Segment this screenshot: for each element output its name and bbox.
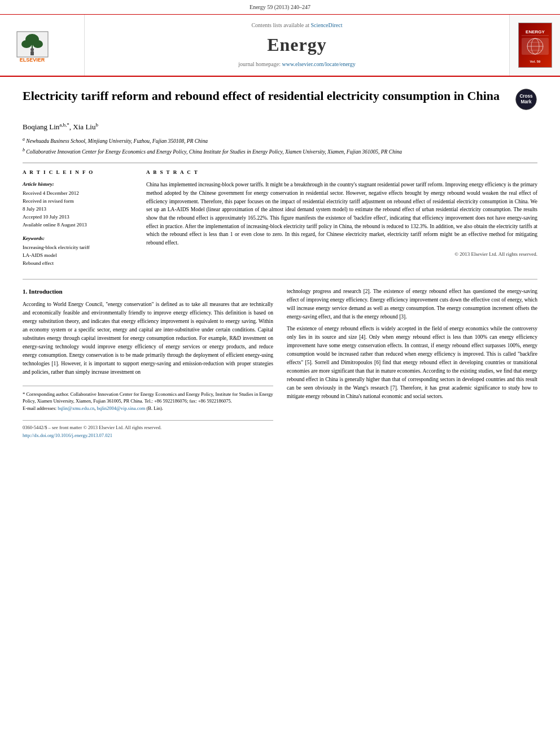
sciencedirect-prefix: Contents lists available at [251,22,310,28]
section-1-title: 1. Introduction [23,287,273,296]
svg-point-4 [33,40,43,48]
journal-cover-area: ENERGY Vol. 59 [509,15,560,76]
intro-para-right-1: technology progress and research [2]. Th… [287,287,537,321]
citation-bar: Energy 59 (2013) 240–247 [0,0,560,15]
crossmark-svg: Cross Mark [515,88,537,111]
author2-affil: b [95,122,98,128]
email-link-2[interactable]: bqlin2004@vip.sina.com [97,405,146,411]
author1-affil: a,b,* [59,122,69,128]
history-revised-label: Received in revised form [23,198,133,206]
body-left-col: 1. Introduction According to World Energ… [23,287,273,440]
homepage-prefix: journal homepage: [238,61,282,67]
body-two-col: 1. Introduction According to World Energ… [23,287,537,440]
svg-rect-6 [30,51,34,55]
section-name: Introduction [29,288,63,295]
abstract-heading: A B S T R A C T [146,169,537,176]
main-content: Electricity tariff reform and rebound ef… [0,77,560,451]
abstract-col: A B S T R A C T China has implemented in… [146,169,537,268]
svg-text:Vol. 59: Vol. 59 [530,60,541,63]
article-title-area: Electricity tariff reform and rebound ef… [23,88,537,115]
issn-line: 0360-5442/$ – see front matter © 2013 El… [23,424,273,431]
info-abstract-section: A R T I C L E I N F O Article history: R… [23,169,537,268]
affil-1: a Newhuadu Business School, Minjiang Uni… [23,136,537,145]
divider-1 [23,163,537,163]
journal-center: Contents lists available at ScienceDirec… [85,15,509,76]
intro-para-right-2: The existence of energy rebound effects … [287,325,537,401]
homepage-link[interactable]: www.elsevier.com/locate/energy [282,61,355,67]
email-link-1[interactable]: bqlin@xmu.edu.cn [58,405,94,411]
sciencedirect-line: Contents lists available at ScienceDirec… [251,21,342,30]
copyright: © 2013 Elsevier Ltd. All rights reserved… [146,251,537,259]
abstract-paragraph: China has implemented increasing-block p… [146,181,537,247]
journal-cover-image: ENERGY Vol. 59 [518,23,552,68]
body-right-col: technology progress and research [2]. Th… [287,287,537,440]
doi-link[interactable]: http://dx.doi.org/10.1016/j.energy.2013.… [23,433,112,438]
elsevier-logo: ELSEVIER [14,26,71,64]
section-number: 1. [23,288,29,295]
svg-point-5 [30,48,34,51]
article-info-col: A R T I C L E I N F O Article history: R… [23,169,133,268]
footnote-area: * Corresponding author. Collaborative In… [23,386,273,412]
body-content: 1. Introduction According to World Energ… [23,279,537,440]
svg-text:Mark: Mark [520,99,532,104]
svg-point-3 [21,40,32,48]
cover-svg: ENERGY Vol. 59 [519,23,552,67]
elsevier-logo-svg: ELSEVIER [14,26,71,64]
article-history: Article history: Received 4 December 201… [23,181,133,229]
elsevier-logo-area: ELSEVIER [0,15,85,76]
history-label: Article history: [23,181,133,188]
footnote-1: * Corresponding author. Collaborative In… [23,391,273,405]
author1-name: Boqiang Lin [23,123,59,131]
history-online: Available online 8 August 2013 [23,221,133,229]
authors-line: Boqiang Lina,b,*, Xia Liub [23,121,537,133]
sciencedirect-link[interactable]: ScienceDirect [310,22,342,28]
history-accepted: Accepted 10 July 2013 [23,213,133,221]
kw-3: Rebound effect [23,260,133,268]
journal-name: Energy [267,32,327,58]
article-title: Electricity tariff reform and rebound ef… [23,88,515,104]
bottom-bar: 0360-5442/$ – see front matter © 2013 El… [23,420,273,440]
keywords-section: Keywords: Increasing-block electricity t… [23,235,133,268]
affil-2: b Collaborative Innovation Center for En… [23,147,537,156]
kw-1: Increasing-block electricity tariff [23,244,133,252]
crossmark-badge[interactable]: Cross Mark [515,88,537,115]
abstract-body: China has implemented increasing-block p… [146,181,537,259]
affiliations: a Newhuadu Business School, Minjiang Uni… [23,136,537,156]
svg-text:ELSEVIER: ELSEVIER [19,57,45,63]
journal-header: ELSEVIER Contents lists available at Sci… [0,15,560,77]
intro-para-left: According to World Energy Council, "ener… [23,300,273,377]
footnote-2: E-mail addresses: bqlin@xmu.edu.cn, bqli… [23,405,273,412]
history-revised-date: 8 July 2013 [23,206,133,213]
svg-text:ENERGY: ENERGY [526,29,545,34]
journal-homepage: journal homepage: www.elsevier.com/locat… [238,60,355,69]
kw-2: LA-AIDS model [23,252,133,260]
author2-name: , Xia Liu [69,123,96,131]
history-received: Received 4 December 2012 [23,190,133,198]
keywords-label: Keywords: [23,235,133,242]
svg-text:Cross: Cross [519,94,533,99]
article-info-heading: A R T I C L E I N F O [23,169,133,176]
citation-text: Energy 59 (2013) 240–247 [250,4,310,10]
